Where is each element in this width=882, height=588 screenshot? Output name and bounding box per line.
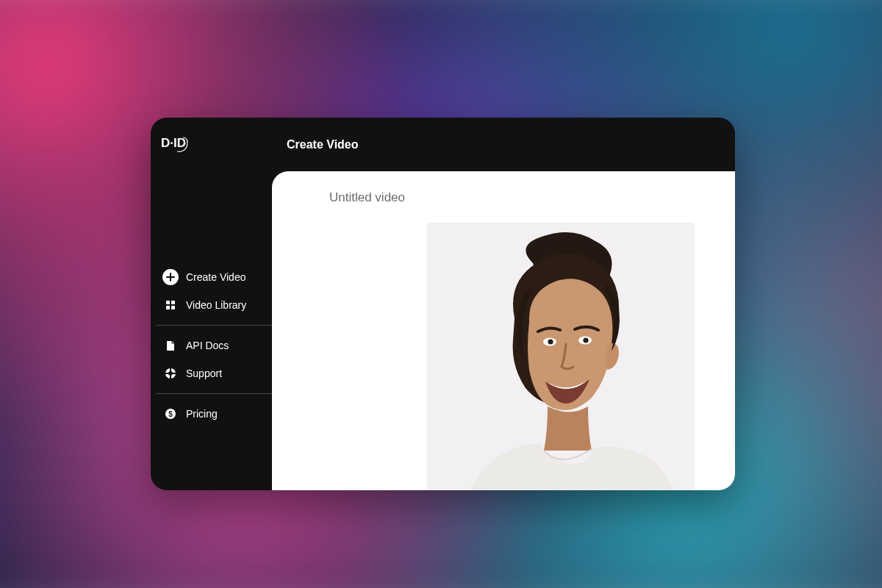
brand-logo[interactable]: D·ID bbox=[151, 118, 272, 171]
main-content: Untitled video bbox=[272, 171, 735, 490]
sidebar-item-pricing[interactable]: $ Pricing bbox=[159, 400, 268, 428]
top-bar: D·ID Create Video bbox=[151, 118, 735, 171]
svg-rect-2 bbox=[171, 301, 175, 304]
lifebuoy-icon bbox=[162, 365, 179, 381]
sidebar: Create Video Video Library API Docs bbox=[151, 171, 272, 490]
sidebar-item-label: API Docs bbox=[186, 340, 229, 351]
sidebar-item-create-video[interactable]: Create Video bbox=[159, 263, 268, 291]
svg-text:$: $ bbox=[168, 410, 173, 418]
page-title: Create Video bbox=[272, 138, 359, 151]
sidebar-item-support[interactable]: Support bbox=[159, 359, 268, 387]
sidebar-item-label: Create Video bbox=[186, 271, 245, 283]
app-body: Create Video Video Library API Docs bbox=[151, 171, 735, 490]
svg-rect-4 bbox=[171, 306, 175, 309]
sidebar-item-video-library[interactable]: Video Library bbox=[159, 291, 268, 319]
sidebar-item-label: Pricing bbox=[186, 408, 218, 420]
sidebar-divider bbox=[157, 325, 272, 326]
svg-rect-1 bbox=[166, 301, 170, 304]
video-title-input[interactable]: Untitled video bbox=[329, 190, 405, 205]
sidebar-item-label: Support bbox=[186, 368, 222, 379]
avatar-preview[interactable] bbox=[426, 223, 695, 490]
svg-point-13 bbox=[583, 337, 588, 343]
sidebar-item-api-docs[interactable]: API Docs bbox=[159, 331, 268, 359]
plus-circle-icon bbox=[162, 269, 179, 285]
dollar-circle-icon: $ bbox=[162, 406, 179, 422]
sidebar-divider bbox=[157, 393, 272, 394]
app-window: D·ID Create Video Create Video Video L bbox=[151, 118, 735, 490]
svg-rect-3 bbox=[166, 306, 170, 309]
svg-point-6 bbox=[168, 371, 173, 376]
svg-point-11 bbox=[548, 339, 553, 344]
document-icon bbox=[162, 337, 179, 354]
sidebar-item-label: Video Library bbox=[186, 299, 246, 311]
avatar-image bbox=[426, 223, 695, 490]
svg-text:D·ID: D·ID bbox=[161, 136, 186, 150]
did-logo-icon: D·ID bbox=[161, 132, 190, 157]
grid-icon bbox=[162, 297, 179, 313]
